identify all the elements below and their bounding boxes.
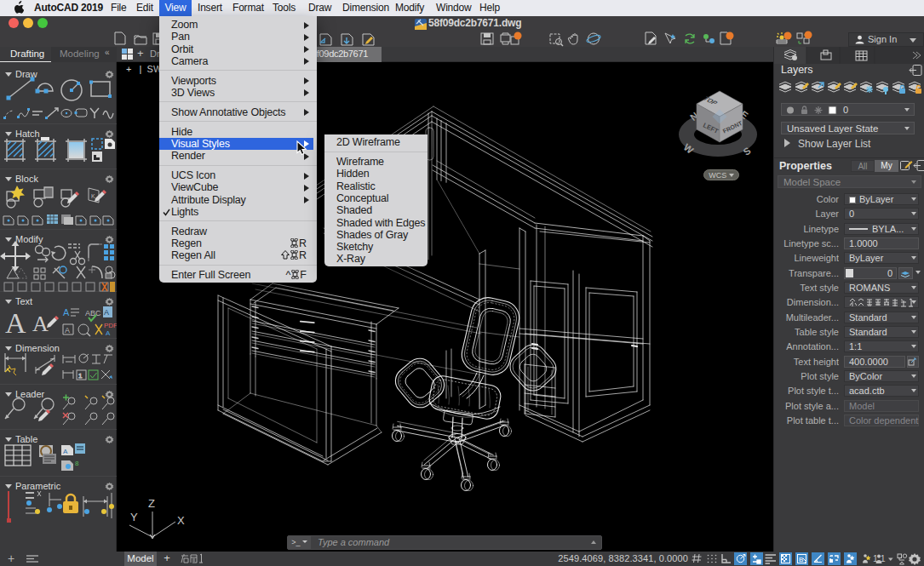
svg-text:A: A bbox=[63, 307, 70, 317]
svg-text:A: A bbox=[63, 448, 68, 455]
svg-text:A: A bbox=[5, 307, 26, 339]
svg-text:A: A bbox=[106, 329, 111, 337]
svg-text:A: A bbox=[32, 312, 49, 336]
svg-text:Z: Z bbox=[148, 497, 155, 510]
svg-text:8: 8 bbox=[75, 460, 79, 467]
svg-text:A: A bbox=[104, 308, 109, 317]
svg-text:S: S bbox=[741, 145, 752, 157]
svg-text:ABC: ABC bbox=[85, 309, 101, 317]
svg-text:B: B bbox=[799, 556, 803, 563]
svg-text:1: 1 bbox=[78, 372, 83, 380]
svg-text:K: K bbox=[91, 193, 95, 199]
svg-text:PDF: PDF bbox=[104, 322, 117, 329]
svg-text:A: A bbox=[65, 326, 70, 334]
svg-text:1:1: 1:1 bbox=[873, 553, 886, 563]
svg-text:X: X bbox=[177, 514, 185, 527]
svg-text:Y: Y bbox=[130, 511, 138, 523]
